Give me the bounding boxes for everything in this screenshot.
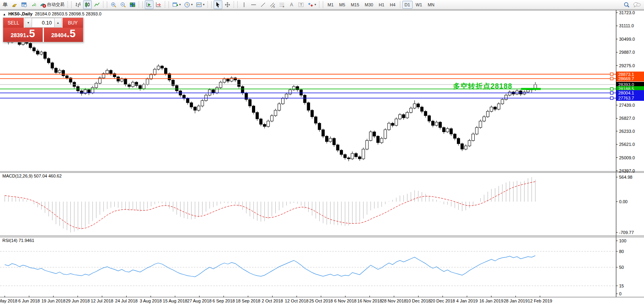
sell-price-main: 28391 (11, 32, 26, 38)
ohlc-values: 28184.0 28503.5 28098.5 28393.0 (35, 11, 101, 16)
text-button[interactable]: A (287, 0, 296, 9)
svg-text:31723.0: 31723.0 (619, 10, 635, 15)
svg-text:27439.0: 27439.0 (619, 103, 635, 108)
svg-text:28 Nov 2018: 28 Nov 2018 (382, 298, 406, 303)
new-order-button[interactable]: 单 (1, 0, 9, 9)
autotrading-hat-icon (40, 2, 46, 8)
chart-shift-button[interactable] (154, 0, 163, 9)
tf-m1-button[interactable]: M1 (325, 1, 336, 9)
svg-text:25009.0: 25009.0 (619, 155, 635, 160)
cursor-button[interactable] (214, 0, 222, 9)
crosshair-button[interactable] (223, 0, 232, 9)
sell-price-frac: .5 (26, 28, 35, 39)
autotrading-button[interactable]: 自动交易 (39, 0, 66, 9)
tf-m30-button[interactable]: M30 (362, 1, 375, 9)
toolbar-separator (211, 1, 212, 8)
tf-m15-button[interactable]: M15 (349, 1, 362, 9)
svg-text:19 Jun 2018: 19 Jun 2018 (42, 298, 66, 303)
svg-text:E: E (273, 6, 275, 8)
crosshair-icon (224, 2, 231, 8)
chart-header: ▲HK50-,Daily 28184.0 28503.5 28098.5 283… (3, 11, 101, 16)
cursor-icon (215, 2, 221, 8)
tf-d1-button[interactable]: D1 (402, 1, 413, 9)
turning-point-annotation: 多空转折点28188 (453, 81, 512, 91)
volume-increase-button[interactable]: ▲ (54, 18, 62, 28)
svg-text:25621.0: 25621.0 (619, 142, 635, 147)
auto-scroll-button[interactable] (145, 0, 153, 9)
tf-h1-button[interactable]: H1 (376, 1, 386, 9)
level-price-tag: 28004.1 (616, 90, 644, 96)
search-icon[interactable] (623, 2, 630, 8)
candlestick-icon (84, 2, 91, 8)
svg-text:12 Feb 2019: 12 Feb 2019 (528, 298, 552, 303)
dropdown-caret: ▾ (179, 3, 181, 6)
tf-h4-button[interactable]: H4 (388, 1, 398, 9)
fibonacci-button[interactable]: F (278, 0, 286, 9)
rsi-label: RSI(14) 71.9461 (2, 238, 34, 243)
zoom-out-button[interactable] (119, 0, 127, 9)
svg-text:20 Dec 2018: 20 Dec 2018 (430, 298, 455, 303)
sell-button[interactable]: SELL (3, 18, 24, 28)
toolbar: 单 自动交易 ▾ ▾ ▾ E F A T ▾ M1 (0, 0, 644, 9)
svg-text:80: 80 (619, 249, 624, 254)
profiles-button[interactable] (20, 0, 28, 9)
rsi-line (5, 256, 535, 277)
signals-button[interactable] (29, 0, 38, 9)
candlestick-chart-button[interactable] (83, 0, 92, 9)
vertical-line-button[interactable] (240, 0, 248, 9)
charts-button[interactable] (10, 0, 19, 9)
buy-button[interactable]: BUY (63, 18, 83, 28)
volume-field[interactable]: 0.10 (32, 18, 54, 28)
tf-w1-button[interactable]: W1 (413, 1, 425, 9)
arrows-button[interactable]: ▾ (306, 0, 317, 9)
toolbar-separator (400, 1, 400, 8)
svg-text:15 Aug 2018: 15 Aug 2018 (163, 298, 188, 303)
toolbar-separator (71, 1, 72, 8)
trendline-button[interactable] (259, 0, 267, 9)
text-label-icon: T (298, 2, 304, 8)
chart-canvas: 31723.031111.030499.029887.029275.027439… (0, 0, 644, 306)
zoom-in-icon (110, 2, 117, 8)
svg-text:29887.0: 29887.0 (619, 50, 635, 55)
chart-frame (0, 10, 644, 298)
level-price-tag: 28669.7 (616, 76, 644, 81)
horizontal-line-button[interactable] (249, 0, 258, 9)
buy-price[interactable]: 28404.5 (44, 28, 83, 42)
svg-text:16 Jan 2019: 16 Jan 2019 (479, 298, 504, 303)
text-label-button[interactable]: T (297, 0, 305, 9)
svg-text:0.00: 0.00 (619, 199, 627, 204)
tf-mn-button[interactable]: MN (425, 1, 437, 9)
svg-text:25 Oct 2018: 25 Oct 2018 (309, 298, 333, 303)
svg-text:-709.77: -709.77 (619, 230, 634, 235)
new-chart-button[interactable]: ▾ (171, 0, 182, 9)
svg-text:16 Nov 2018: 16 Nov 2018 (357, 298, 382, 303)
toolbar-grip (207, 1, 209, 8)
equidistant-channel-icon: E (269, 2, 276, 8)
toolbar-grip (233, 1, 235, 8)
symbol-period-label: HK50-,Daily (8, 11, 32, 16)
svg-text:12 Oct 2018: 12 Oct 2018 (285, 298, 309, 303)
svg-text:100: 100 (619, 238, 626, 243)
chat-icon[interactable] (633, 2, 641, 8)
svg-text:4 Jan 2019: 4 Jan 2019 (456, 298, 477, 303)
window-icon (21, 2, 27, 8)
new-order-label: 单 (3, 1, 8, 8)
bar-chart-button[interactable] (74, 0, 82, 9)
svg-text:25 May 2018: 25 May 2018 (0, 298, 17, 303)
zoom-in-button[interactable] (109, 0, 118, 9)
template-button[interactable]: ▾ (195, 0, 206, 9)
autotrading-label: 自动交易 (47, 2, 64, 8)
buy-price-main: 28404 (51, 32, 67, 38)
collapse-panel-icon[interactable]: ▲ (3, 13, 6, 16)
sell-price[interactable]: 28391.5 (3, 28, 43, 42)
line-chart-button[interactable] (93, 0, 101, 9)
svg-text:50: 50 (619, 265, 624, 270)
period-button[interactable]: ▾ (183, 0, 194, 9)
tile-windows-button[interactable] (128, 0, 137, 9)
vertical-line-icon (241, 2, 247, 8)
level-price-tag: 27763.7 (616, 95, 644, 101)
channel-button[interactable]: E (268, 0, 277, 9)
tf-m5-button[interactable]: M5 (337, 1, 347, 9)
volume-decrease-button[interactable]: ▼ (25, 18, 32, 28)
svg-text:6 Nov 2018: 6 Nov 2018 (334, 298, 356, 303)
